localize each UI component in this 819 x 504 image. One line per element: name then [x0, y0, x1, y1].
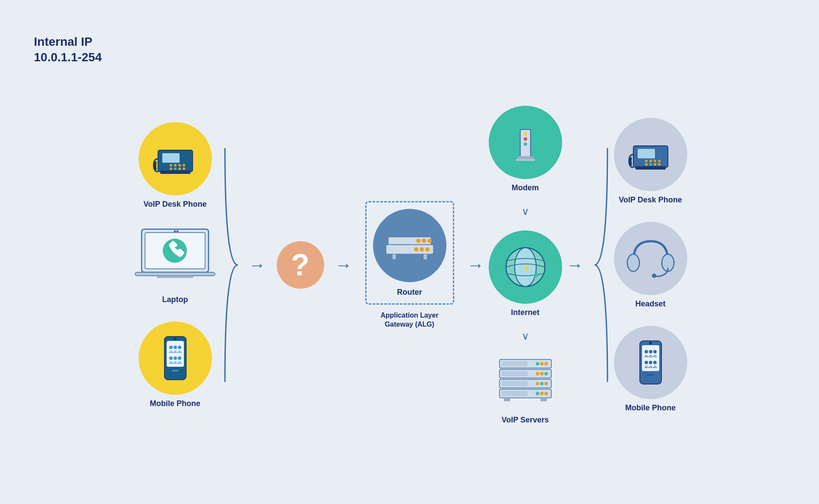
svg-point-43 [427, 239, 432, 243]
voip-desk-phone-right-label: VoIP Desk Phone [619, 195, 682, 205]
svg-point-78 [544, 392, 548, 395]
router-circle [373, 209, 446, 282]
voip-desk-phone-right-icon [627, 131, 674, 178]
right-device-group: VoIP Desk Phone [614, 118, 687, 413]
voip-desk-phone-left-circle [139, 122, 212, 195]
svg-rect-16 [135, 272, 215, 276]
svg-rect-49 [424, 254, 427, 259]
svg-point-7 [178, 167, 181, 170]
question-mark-circle: ? [277, 241, 324, 289]
svg-rect-66 [502, 371, 528, 376]
svg-rect-102 [644, 356, 648, 357]
internet-circle [489, 230, 562, 304]
svg-point-31 [169, 356, 173, 360]
svg-point-52 [524, 137, 527, 141]
svg-point-14 [177, 230, 179, 233]
internet-label: Internet [511, 308, 539, 317]
svg-rect-1 [162, 153, 180, 163]
svg-point-37 [178, 356, 181, 360]
svg-rect-111 [644, 367, 648, 368]
router-dashed-container: Router [365, 201, 454, 305]
voip-servers-item: VoIP Servers [491, 355, 560, 425]
headset-label: Headset [635, 299, 665, 309]
svg-point-84 [645, 160, 648, 162]
svg-rect-23 [170, 351, 172, 352]
svg-point-6 [174, 167, 177, 170]
svg-point-89 [654, 163, 656, 166]
svg-point-73 [544, 382, 548, 385]
svg-point-45 [414, 247, 418, 252]
svg-point-4 [178, 164, 181, 167]
mobile-phone-right-item: Mobile Phone [614, 326, 687, 413]
headset-icon [625, 235, 677, 282]
svg-point-112 [649, 361, 652, 364]
router-icon [382, 226, 438, 265]
svg-point-63 [544, 362, 548, 365]
voip-servers-icon [491, 355, 560, 411]
svg-point-9 [183, 167, 185, 170]
svg-rect-55 [516, 159, 535, 161]
laptop-item: Laptop [132, 226, 218, 304]
svg-point-25 [174, 346, 177, 349]
modem-icon [508, 117, 543, 168]
svg-point-42 [422, 239, 426, 243]
svg-point-91 [658, 163, 661, 166]
svg-rect-21 [172, 370, 179, 372]
voip-desk-phone-right-circle [614, 118, 687, 191]
svg-rect-107 [654, 355, 656, 356]
svg-rect-108 [653, 356, 657, 357]
svg-point-100 [645, 350, 648, 353]
mobile-phone-right-label: Mobile Phone [625, 403, 676, 413]
svg-point-46 [420, 247, 424, 252]
router-label: Router [397, 288, 422, 297]
internet-icon [500, 241, 551, 293]
modem-item: Modem [489, 106, 562, 192]
laptop-circle [132, 226, 218, 291]
svg-point-88 [649, 163, 652, 166]
svg-point-22 [169, 346, 173, 349]
right-brace [592, 144, 610, 386]
svg-point-85 [649, 160, 652, 162]
svg-rect-29 [178, 351, 181, 352]
svg-point-8 [183, 164, 185, 167]
router-box: Router Application Layer Gateway (ALG) [365, 201, 454, 329]
svg-rect-76 [502, 391, 528, 396]
svg-rect-99 [647, 374, 654, 376]
svg-rect-92 [636, 166, 666, 170]
svg-rect-30 [177, 352, 182, 353]
svg-rect-54 [518, 156, 533, 159]
arrow-to-router: → [335, 256, 352, 274]
headset-circle [614, 222, 687, 295]
svg-rect-101 [645, 355, 648, 356]
headset-item: Headset [614, 222, 687, 309]
svg-point-2 [170, 164, 172, 167]
svg-point-41 [416, 239, 421, 243]
svg-point-3 [174, 164, 177, 167]
laptop-icon [133, 227, 217, 290]
svg-point-34 [174, 356, 177, 360]
left-brace [223, 144, 240, 386]
svg-point-103 [649, 350, 652, 353]
svg-point-98 [649, 342, 652, 344]
svg-rect-24 [169, 352, 173, 353]
svg-point-77 [540, 392, 544, 395]
mobile-phone-right-icon [636, 339, 666, 386]
modem-label: Modem [512, 183, 539, 192]
svg-rect-80 [504, 398, 510, 401]
svg-point-62 [540, 362, 544, 365]
svg-point-95 [652, 274, 656, 278]
svg-point-87 [645, 163, 648, 166]
svg-point-90 [658, 160, 661, 162]
internet-item: Internet [489, 230, 562, 317]
svg-point-72 [540, 382, 544, 385]
left-device-group: VoIP Desk Phone [132, 122, 218, 408]
svg-point-58 [524, 266, 528, 270]
svg-rect-61 [502, 361, 528, 366]
middle-right-group: Modem ∨ [489, 106, 562, 425]
svg-point-51 [524, 132, 527, 135]
arrow-to-middle-right: → [467, 256, 484, 274]
svg-point-68 [544, 372, 548, 375]
svg-rect-83 [638, 149, 655, 158]
svg-rect-26 [174, 351, 177, 352]
mobile-phone-right-circle [614, 326, 687, 399]
